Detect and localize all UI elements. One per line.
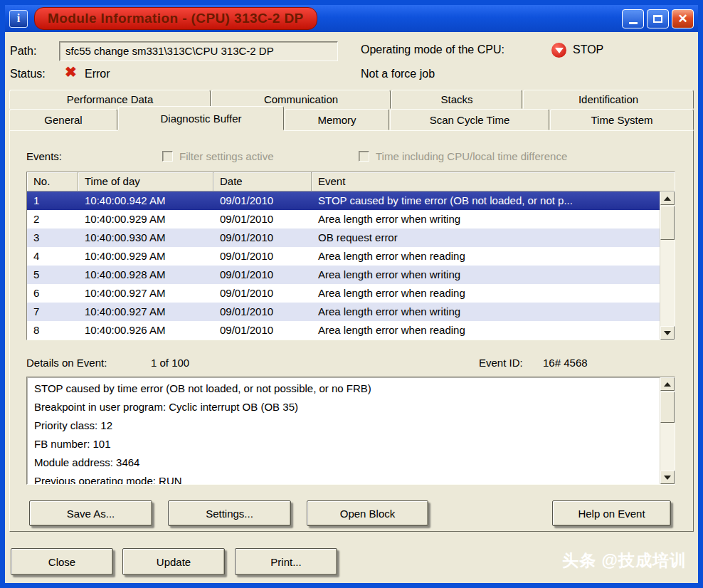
table-row[interactable]: 110:40:00.942 AM09/01/2010STOP caused by… bbox=[27, 191, 660, 210]
cell-event: STOP caused by time error (OB not loaded… bbox=[312, 191, 660, 210]
scroll-up-button[interactable] bbox=[660, 191, 675, 205]
arrow-down-icon bbox=[664, 476, 671, 480]
cell-event: Area length error when writing bbox=[312, 210, 660, 229]
error-icon: ✖ bbox=[65, 63, 77, 80]
scroll-thumb[interactable] bbox=[660, 206, 675, 240]
column-header-time[interactable]: Time of day bbox=[78, 172, 213, 191]
minimize-icon bbox=[629, 22, 638, 24]
cell-no: 8 bbox=[27, 321, 78, 340]
cell-time: 10:40:00.942 AM bbox=[78, 191, 213, 210]
tab-diagnostic-buffer[interactable]: Diagnostic Buffer bbox=[118, 106, 284, 130]
event-position: 1 of 100 bbox=[151, 357, 189, 369]
event-details-box: STOP caused by time error (OB not loaded… bbox=[26, 377, 675, 485]
column-header-no[interactable]: No. bbox=[27, 172, 78, 191]
filter-settings-checkbox: Filter settings active bbox=[162, 150, 274, 162]
dialog-body: Path: sfc55 change sm331\313C\CPU 313C-2… bbox=[5, 32, 698, 583]
table-row[interactable]: 410:40:00.929 AM09/01/2010Area length er… bbox=[27, 247, 660, 266]
table-row[interactable]: 810:40:00.926 AM09/01/2010Area length er… bbox=[27, 321, 660, 340]
watermark-text: 头条 @技成培训 bbox=[562, 550, 687, 572]
cell-date: 09/01/2010 bbox=[213, 191, 312, 210]
table-row[interactable]: 510:40:00.928 AM09/01/2010Area length er… bbox=[27, 266, 660, 284]
cell-time: 10:40:00.929 AM bbox=[78, 247, 213, 266]
table-row[interactable]: 310:40:00.930 AM09/01/2010OB request err… bbox=[27, 229, 660, 247]
operating-mode-value: STOP bbox=[573, 43, 603, 56]
status-value: Error bbox=[85, 68, 110, 80]
update-button[interactable]: Update bbox=[122, 548, 225, 575]
detail-line: FB number: 101 bbox=[34, 435, 652, 453]
cell-no: 4 bbox=[27, 247, 78, 266]
table-row[interactable]: 610:40:00.927 AM09/01/2010Area length er… bbox=[27, 284, 660, 303]
cell-event: Area length error when writing bbox=[312, 303, 660, 321]
details-scrollbar[interactable] bbox=[660, 377, 675, 484]
save-as-button[interactable]: Save As... bbox=[29, 500, 152, 526]
path-field: sfc55 change sm331\313C\CPU 313C-2 DP bbox=[59, 41, 338, 61]
close-icon: ✕ bbox=[677, 11, 687, 26]
stop-mode-icon bbox=[551, 43, 566, 58]
checkbox-icon bbox=[162, 151, 173, 162]
detail-line: Previous operating mode: RUN bbox=[34, 472, 652, 484]
scroll-thumb[interactable] bbox=[660, 392, 675, 423]
table-row[interactable]: 210:40:00.929 AM09/01/2010Area length er… bbox=[27, 210, 660, 229]
cell-date: 09/01/2010 bbox=[213, 266, 312, 284]
details-on-event-label: Details on Event: bbox=[26, 357, 107, 369]
scroll-track[interactable] bbox=[660, 205, 675, 326]
close-button[interactable]: Close bbox=[11, 548, 113, 575]
print-button[interactable]: Print... bbox=[235, 548, 337, 575]
cell-date: 09/01/2010 bbox=[213, 229, 312, 247]
tab-stacks[interactable]: Stacks bbox=[391, 90, 522, 109]
column-header-event[interactable]: Event bbox=[312, 172, 675, 191]
operating-mode-label: Operating mode of the CPU: bbox=[361, 43, 504, 56]
tabs-row-1: Performance DataCommunicationStacksIdent… bbox=[9, 90, 694, 109]
table-row[interactable]: 710:40:00.927 AM09/01/2010Area length er… bbox=[27, 303, 660, 321]
scroll-down-button[interactable] bbox=[660, 326, 675, 340]
scroll-down-button[interactable] bbox=[660, 471, 675, 484]
module-information-window: i Module Information - (CPU) 313C-2 DP ✕… bbox=[5, 5, 698, 583]
events-table-header: No. Time of day Date Event bbox=[27, 172, 675, 191]
cell-date: 09/01/2010 bbox=[213, 303, 312, 321]
diagnostic-buffer-panel: Events: Filter settings active Time incl… bbox=[9, 130, 694, 532]
cell-no: 7 bbox=[27, 303, 78, 321]
details-text: STOP caused by time error (OB not loaded… bbox=[27, 377, 660, 484]
open-block-button[interactable]: Open Block bbox=[307, 500, 428, 526]
events-label: Events: bbox=[26, 150, 62, 162]
cell-time: 10:40:00.929 AM bbox=[78, 210, 213, 229]
maximize-button[interactable] bbox=[647, 9, 669, 28]
settings-button[interactable]: Settings... bbox=[168, 500, 291, 526]
force-job-text: Not a force job bbox=[361, 68, 435, 80]
minimize-button[interactable] bbox=[622, 9, 644, 28]
help-on-event-button[interactable]: Help on Event bbox=[552, 500, 671, 526]
events-table: No. Time of day Date Event 110:40:00.942… bbox=[26, 172, 675, 340]
events-table-body: 110:40:00.942 AM09/01/2010STOP caused by… bbox=[27, 191, 660, 340]
filter-settings-checkbox-label: Filter settings active bbox=[179, 150, 274, 162]
tab-memory[interactable]: Memory bbox=[285, 109, 389, 130]
scroll-track[interactable] bbox=[660, 391, 675, 471]
maximize-icon bbox=[653, 15, 662, 23]
tabs-row-2: GeneralDiagnostic BufferMemoryScan Cycle… bbox=[9, 109, 694, 130]
arrow-up-icon bbox=[664, 196, 671, 201]
cell-date: 09/01/2010 bbox=[213, 210, 312, 229]
time-difference-checkbox: Time including CPU/local time difference bbox=[359, 150, 567, 162]
tab-time-system[interactable]: Time System bbox=[550, 109, 694, 130]
cell-no: 2 bbox=[27, 210, 78, 229]
tab-scan-cycle-time[interactable]: Scan Cycle Time bbox=[390, 109, 549, 130]
events-scrollbar[interactable] bbox=[660, 191, 675, 340]
tab-general[interactable]: General bbox=[9, 109, 117, 130]
window-title: Module Information - (CPU) 313C-2 DP bbox=[34, 7, 317, 30]
titlebar[interactable]: i Module Information - (CPU) 313C-2 DP ✕ bbox=[5, 5, 698, 32]
column-header-date[interactable]: Date bbox=[213, 172, 312, 191]
cell-no: 5 bbox=[27, 266, 78, 284]
cell-date: 09/01/2010 bbox=[213, 321, 312, 340]
window-info-icon: i bbox=[9, 10, 28, 28]
cell-time: 10:40:00.927 AM bbox=[78, 284, 213, 303]
cell-time: 10:40:00.927 AM bbox=[78, 303, 213, 321]
arrow-down-icon bbox=[664, 331, 671, 335]
tab-identification[interactable]: Identification bbox=[523, 90, 694, 109]
detail-line: STOP caused by time error (OB not loaded… bbox=[34, 379, 652, 398]
cell-date: 09/01/2010 bbox=[213, 247, 312, 266]
cell-event: Area length error when reading bbox=[312, 247, 660, 266]
cell-time: 10:40:00.928 AM bbox=[78, 266, 213, 284]
cell-event: OB request error bbox=[312, 229, 660, 247]
scroll-up-button[interactable] bbox=[660, 377, 675, 391]
close-window-button[interactable]: ✕ bbox=[672, 9, 694, 28]
cell-time: 10:40:00.926 AM bbox=[78, 321, 213, 340]
